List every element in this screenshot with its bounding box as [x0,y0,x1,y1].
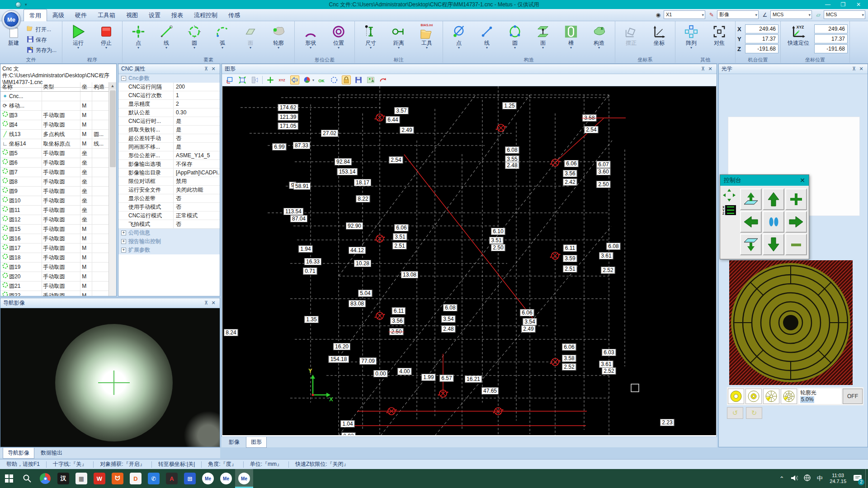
jog-y-up-button[interactable] [763,188,784,210]
ribbon-tab-9[interactable]: 传感 [223,9,245,21]
ribbon-button-圆[interactable]: 圆▾ [501,23,529,50]
ribbon-tab-8[interactable]: 流程控制 [189,9,223,21]
close-icon[interactable]: ✕ [800,177,805,184]
close-button[interactable]: ✕ [851,0,866,9]
start-button[interactable] [0,469,18,488]
property-value[interactable]: 正常模式 [174,211,220,220]
dropdown-arrow-icon[interactable]: ▾ [585,46,613,50]
section-报告输出控制[interactable]: +报告输出控制 [118,237,220,246]
toolbar-gsave-icon[interactable] [354,75,363,84]
ribbon-button-面[interactable]: 面▾ [236,23,264,50]
dock-tab-图形[interactable]: 图形 [246,437,267,448]
toolbar-ok-icon[interactable]: OK [317,75,326,84]
dropdown-arrow-icon[interactable]: ▾ [312,78,314,82]
pause-button[interactable] [763,211,784,233]
dropdown-arrow-icon[interactable]: ▾ [236,46,264,50]
table-row[interactable]: 圆8手动取圆坐 [0,177,108,187]
table-row[interactable]: 圆10手动取圆坐 [0,196,108,206]
table-row[interactable]: 圆11手动取圆坐 [0,206,108,215]
ribbon-tab-5[interactable]: 视图 [121,9,143,21]
ribbon-button-槽[interactable]: 槽▾ [557,23,585,50]
ribbon-button-位置[interactable]: 位置▾ [325,23,353,50]
maximize-button[interactable]: ❐ [835,0,851,9]
taskbar-metus-icon[interactable]: Me [199,469,217,488]
section-公司信息[interactable]: +公司信息 [118,229,220,237]
ribbon-button-尺寸[interactable]: 尺寸▾ [357,23,385,50]
table-row[interactable]: ╱线13多点构线M圆... [0,130,108,139]
table-row[interactable]: 圆9手动取圆坐 [0,187,108,196]
taskbar-app-icon-6[interactable]: W [90,469,108,488]
taskbar-metus-icon-active[interactable]: Me [235,469,253,488]
dropdown-arrow-icon[interactable]: ▾ [445,46,473,50]
light-percent[interactable]: 5.0% [800,396,814,403]
column-header-2[interactable]: 类型 [42,82,81,91]
scroll-thumb[interactable] [110,90,116,167]
ribbon-button-形状[interactable]: 形状▾ [297,23,325,50]
taskbar-app-icon-7[interactable]: ᗢ [108,469,127,488]
property-value[interactable]: 不保存 [174,160,220,168]
column-header-3[interactable]: 坐 [80,82,92,91]
toolbar-scene-icon[interactable] [366,75,375,84]
column-header-4[interactable]: 构造 [92,82,108,91]
dropdown-arrow-icon[interactable]: ▾ [557,46,585,50]
table-row[interactable]: 圆5手动取圆坐 [0,149,108,158]
control-console-window[interactable]: 控制台 ✕ XYZ [720,174,809,259]
camera-preview[interactable] [0,308,220,447]
quick-combo-2[interactable]: ✎影像 [708,10,759,19]
ime-language-indicator[interactable]: 中 [813,474,826,483]
close-icon[interactable]: ✕ [858,66,865,72]
toolbar-flip-icon[interactable] [250,75,259,84]
close-icon[interactable]: ✕ [707,66,714,72]
table-row[interactable]: 圆15手动取圆M [0,225,108,234]
ring-light-full-button[interactable] [728,389,744,404]
property-row[interactable]: 运行安全文件关闭此功能 [118,186,220,194]
rotate-ccw-button[interactable]: ↺ [727,407,743,419]
table-row[interactable]: 圆21手动取圆M [0,282,108,291]
ribbon-button-工具[interactable]: BIAS.ini工具▾ [413,23,441,50]
ribbon-button-面[interactable]: 面▾ [529,23,557,50]
jog-z-down-button[interactable] [740,234,762,255]
toolbar-wheel-icon[interactable] [302,75,311,84]
ribbon-button-弧[interactable]: 弧▾ [208,23,236,50]
speed-minus-button[interactable] [785,234,807,255]
pin-icon[interactable]: ⊼ [699,66,707,72]
dropdown-arrow-icon[interactable]: ▾ [473,46,501,50]
tree-scrollbar[interactable]: ▲ [108,82,116,296]
property-value[interactable]: 否 [174,134,220,142]
property-row[interactable]: 飞拍模式否 [118,220,220,229]
ribbon-button-点[interactable]: 点▾ [124,23,152,50]
toolbar-lock-icon[interactable] [342,75,351,84]
property-value[interactable]: 禁用 [174,177,220,185]
taskbar-app-icon-8[interactable]: D [127,469,145,488]
property-row[interactable]: CNC运行次数1 [118,91,220,100]
table-row[interactable]: 圆17手动取圆M [0,244,108,253]
ribbon-tab-3[interactable]: 硬件 [70,9,92,21]
table-row[interactable]: 圆7手动取圆坐 [0,168,108,177]
property-value[interactable]: 关闭此功能 [174,186,220,194]
property-row[interactable]: 使用手动模式否 [118,203,220,211]
property-value[interactable]: 是 [174,117,220,125]
show-desktop-button[interactable] [865,469,868,488]
light-off-button[interactable]: OFF [843,389,863,404]
toolbar-redo-icon[interactable] [378,75,387,84]
ribbon-tab-7[interactable]: 报表 [166,9,189,21]
rotate-cw-button[interactable]: ↻ [746,407,762,419]
jog-y-down-button[interactable] [763,234,784,255]
property-row[interactable]: 默认公差0.30 [118,108,220,117]
dropdown-arrow-icon[interactable]: ▾ [385,46,413,50]
property-row[interactable]: 显示精度2 [118,100,220,108]
property-value[interactable]: 是 [174,143,220,151]
toolbar-xyztxt-icon[interactable]: XYZ [278,75,287,84]
dropdown-arrow-icon[interactable]: ▾ [413,46,441,50]
dock-tab-数据输出[interactable]: 数据输出 [36,448,67,458]
ribbon-button-距离[interactable]: 距离▾ [385,23,413,50]
ribbon-button-构造[interactable]: x构造▾ [585,23,613,50]
table-row[interactable]: ✦Cnc... [0,92,108,101]
ribbon-button-运行[interactable]: 运行▾ [64,23,92,50]
pin-icon[interactable]: ⊼ [203,66,210,72]
table-row[interactable]: ∟坐标14取坐标原点M线... [0,139,108,149]
toolbar-plus-icon[interactable] [266,75,275,84]
jog-x-minus-button[interactable] [740,211,762,233]
dropdown-arrow-icon[interactable]: ▾ [297,46,325,50]
jog-z-up-button[interactable] [740,188,762,210]
